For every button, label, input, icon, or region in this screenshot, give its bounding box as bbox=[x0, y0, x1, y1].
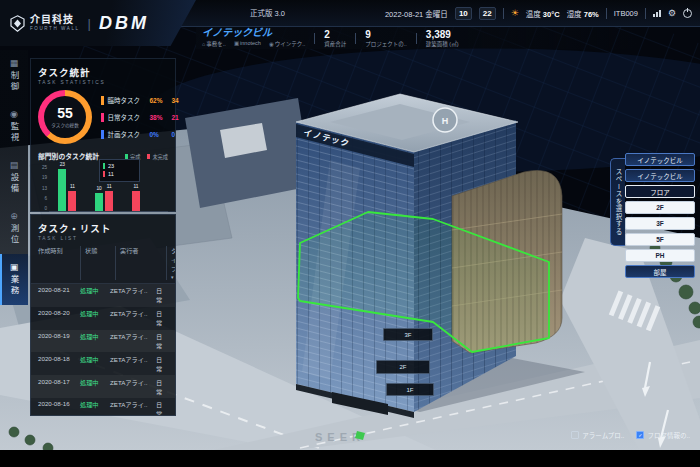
layer-toggle[interactable]: ✓フロア情報の.. bbox=[636, 430, 690, 440]
bar-未完成[interactable]: 11 bbox=[105, 191, 113, 211]
task-executor: ZETAアライ.. bbox=[110, 355, 156, 373]
tooltip-mark bbox=[103, 171, 105, 177]
bar-value: 23 bbox=[60, 162, 65, 167]
task-row[interactable]: 2020-08-19処理中ZETAアライ..日常 bbox=[31, 330, 175, 353]
task-row[interactable]: 2020-08-18処理中ZETAアライ..日常 bbox=[31, 352, 175, 375]
checkbox-icon[interactable]: ✓ bbox=[636, 431, 644, 439]
task-row[interactable]: 2020-08-16処理中ZETAアライ..日常 bbox=[31, 398, 175, 416]
building-name[interactable]: イノテックビル bbox=[202, 28, 305, 38]
floor-button[interactable]: フロア bbox=[625, 185, 695, 198]
power-icon[interactable] bbox=[683, 9, 692, 18]
space-selector-tab[interactable]: スペースを選択する bbox=[610, 158, 625, 246]
task-executor: ZETAアライ.. bbox=[110, 309, 156, 327]
task-status: 処理中 bbox=[80, 400, 110, 416]
legend-label: 計画タスク bbox=[108, 129, 150, 139]
task-total: 55 bbox=[57, 106, 73, 120]
floor-tag-3f[interactable]: 3F bbox=[383, 328, 433, 341]
y-tick: 6 bbox=[38, 196, 47, 201]
space-buttons: イノテックビルイノテックビルフロア2F3F5FPH部屋 bbox=[625, 153, 695, 278]
floor-tag-2f[interactable]: 2F bbox=[376, 360, 430, 374]
brand-cn: 介目科技 bbox=[30, 15, 80, 25]
room-button[interactable]: 部屋 bbox=[625, 265, 695, 278]
time-hour: 10 bbox=[455, 7, 472, 20]
bar-未完成[interactable]: 11 bbox=[68, 191, 76, 211]
bar-group[interactable]: 2311 bbox=[58, 169, 76, 211]
bar-group[interactable]: 1011 bbox=[95, 191, 113, 211]
brand-divider: | bbox=[88, 16, 91, 31]
floor-2f-button[interactable]: 2F bbox=[625, 201, 695, 214]
floor-tag-1f[interactable]: 1F bbox=[386, 383, 434, 396]
gear-icon[interactable]: ⚙ bbox=[668, 8, 676, 18]
bar-value: 11 bbox=[70, 184, 75, 189]
y-tick: 13 bbox=[38, 186, 47, 191]
legend-label: 日常タスク bbox=[108, 112, 150, 122]
nav-item-positioning[interactable]: ⊕測位 bbox=[0, 203, 28, 254]
divider bbox=[314, 33, 315, 44]
task-row[interactable]: 2020-08-17処理中ZETAアライ..日常 bbox=[31, 375, 175, 398]
positioning-icon: ⊕ bbox=[10, 212, 18, 221]
tooltip-mark bbox=[103, 163, 105, 169]
building-meta-item[interactable]: ⌂事務を.. bbox=[202, 40, 226, 48]
task-row[interactable]: 2020-08-20処理中ZETAアライ..日常 bbox=[31, 307, 175, 330]
dbm-dashboard: { "app": { "brand_cn": "介目科技", "brand_su… bbox=[0, 0, 700, 467]
col-status: 状態 bbox=[80, 246, 115, 280]
floor-5f-button[interactable]: 5F bbox=[625, 233, 695, 246]
nav-item-control[interactable]: ▦制御 bbox=[0, 50, 28, 101]
tooltip-row: 11 bbox=[103, 170, 136, 178]
office-icon: ⌂ bbox=[202, 41, 205, 47]
task-rows: 2020-08-21処理中ZETAアライ..日常2020-08-20処理中ZET… bbox=[31, 284, 175, 416]
company-icon: ▣ bbox=[234, 40, 239, 46]
version-label: 正式版 3.0 bbox=[250, 7, 285, 18]
bottom-letterbox bbox=[0, 450, 700, 467]
task-date: 2020-08-20 bbox=[38, 309, 80, 327]
legend-row: 臨時タスク62%34 bbox=[101, 95, 179, 105]
time-minute: 22 bbox=[479, 7, 496, 20]
nav-item-monitor[interactable]: ◉監視 bbox=[0, 101, 28, 152]
task-table-header: 作成時刻 状態 実行者 タイプ ▾ bbox=[31, 241, 175, 284]
brand-main: DBM bbox=[99, 13, 149, 34]
nav-item-equipment[interactable]: ▤設備 bbox=[0, 152, 28, 203]
checkbox-icon[interactable] bbox=[571, 431, 579, 439]
layer-toggle-label: アラームプロ.. bbox=[582, 430, 624, 440]
legend-count: 0 bbox=[172, 131, 176, 138]
building-meta: ⌂事務を..▣innotech◉ウインテク.. bbox=[202, 40, 305, 48]
task-type: 日常 bbox=[156, 378, 168, 396]
nav-item-business[interactable]: ▣業務 bbox=[0, 254, 28, 305]
building-meta-item[interactable]: ◉ウインテク.. bbox=[269, 40, 305, 48]
task-date: 2020-08-19 bbox=[38, 332, 80, 350]
col-executor: 実行者 bbox=[115, 246, 166, 280]
nav-label: 監視 bbox=[8, 122, 20, 143]
task-executor: ZETAアライ.. bbox=[110, 378, 156, 396]
bar-group[interactable]: 11 bbox=[132, 191, 140, 211]
task-status: 処理中 bbox=[80, 332, 110, 350]
task-type: 日常 bbox=[156, 332, 168, 350]
floor-3f-button[interactable]: 3F bbox=[625, 217, 695, 230]
legend-mark bbox=[101, 96, 104, 105]
legend-pct: 0% bbox=[150, 131, 172, 138]
signal-icon[interactable] bbox=[653, 10, 661, 17]
task-row[interactable]: 2020-08-21処理中ZETAアライ..日常 bbox=[31, 284, 175, 307]
building-1-button[interactable]: イノテックビル bbox=[625, 153, 695, 166]
bar-未完成[interactable]: 11 bbox=[132, 191, 140, 211]
bar-完成[interactable]: 23 bbox=[58, 169, 66, 211]
building-2-button[interactable]: イノテックビル bbox=[625, 169, 695, 182]
stats-subtitle: TASK STATISTICS bbox=[38, 80, 168, 85]
task-statistics-panel: タスク統計 TASK STATISTICS 55 タスクの総数 臨時タスク62%… bbox=[30, 58, 176, 212]
col-type[interactable]: タイプ ▾ bbox=[166, 246, 176, 280]
building-meta-item[interactable]: ▣innotech bbox=[234, 40, 261, 48]
monitor-icon: ◉ bbox=[10, 110, 18, 119]
legend-pct: 62% bbox=[150, 97, 172, 104]
stat-label: プロジェクトの.. bbox=[365, 41, 407, 48]
brand-sub: FOURTH WALL bbox=[30, 26, 80, 31]
building-meta-label: innotech bbox=[240, 40, 261, 46]
task-executor: ZETAアライ.. bbox=[110, 400, 156, 416]
task-type: 日常 bbox=[156, 286, 168, 304]
bar-完成[interactable]: 10 bbox=[95, 193, 103, 211]
task-type: 日常 bbox=[156, 309, 168, 327]
logo-block: 介目科技 FOURTH WALL | DBM bbox=[0, 0, 196, 46]
floor-ph-button[interactable]: PH bbox=[625, 249, 695, 262]
task-type: 日常 bbox=[156, 355, 168, 373]
scene-layer-toggles: アラームプロ..✓フロア情報の.. bbox=[571, 430, 690, 440]
layer-toggle[interactable]: アラームプロ.. bbox=[571, 430, 624, 440]
sun-icon: ☀ bbox=[511, 8, 519, 18]
